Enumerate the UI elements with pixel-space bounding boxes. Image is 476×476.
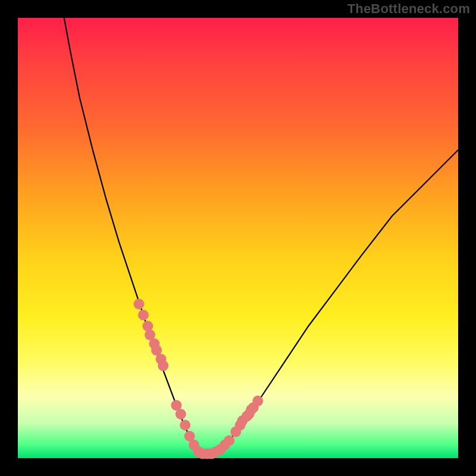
marker-group (134, 299, 264, 459)
chart-svg (18, 18, 458, 458)
curve-marker (252, 396, 263, 406)
curve-marker (138, 310, 149, 321)
chart-plot-area (18, 18, 458, 458)
chart-frame: TheBottleneck.com (0, 0, 476, 476)
curve-marker (176, 409, 186, 419)
curve-marker (180, 420, 190, 431)
curve-marker (158, 361, 168, 371)
curve-marker (224, 435, 234, 446)
bottleneck-curve (64, 18, 458, 454)
watermark-text: TheBottleneck.com (347, 1, 470, 17)
curve-marker (134, 299, 145, 309)
